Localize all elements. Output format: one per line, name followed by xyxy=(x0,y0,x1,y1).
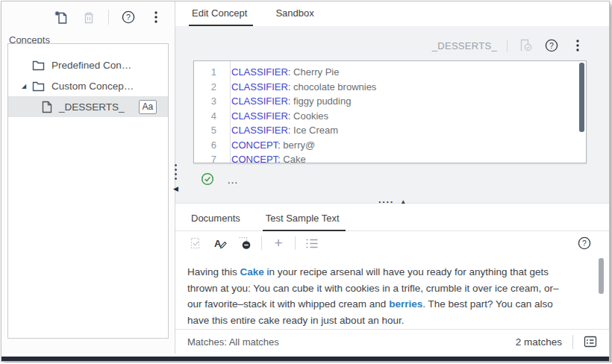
tree-item-desserts[interactable]: _DESSERTS_ Aa xyxy=(8,96,168,117)
code-line: 3 CLASSIFIER: figgy pudding xyxy=(194,94,586,109)
folder-icon xyxy=(32,60,45,71)
toolbar-divider xyxy=(261,236,262,250)
concept-code-editor[interactable]: 1 CLASSIFIER: Cherry Pie 2 CLASSIFIER: c… xyxy=(193,60,587,163)
matches-status-bar: Matches: All matches 2 matches xyxy=(175,329,609,354)
folder-icon xyxy=(32,81,45,92)
window-bottom-edge xyxy=(1,357,609,361)
match-list-icon[interactable] xyxy=(304,235,320,251)
match-span: Cake xyxy=(240,266,264,277)
main-tabs: Edit Concept Sandbox xyxy=(175,1,609,26)
code-line: 5 CLASSIFIER: Ice Cream xyxy=(194,123,586,138)
editor-header: _DESSERTS_ ? xyxy=(175,26,609,57)
tab-documents[interactable]: Documents xyxy=(190,213,242,230)
hide-nonmatches-icon[interactable] xyxy=(237,235,253,251)
help-icon[interactable]: ? xyxy=(576,235,593,251)
test-tabs: Documents Test Sample Text xyxy=(175,204,609,231)
editor-scrollbar[interactable] xyxy=(579,63,584,132)
sample-text-area[interactable]: Having this Cake in your recipe arsenal … xyxy=(175,255,609,329)
tab-edit-concept[interactable]: Edit Concept xyxy=(190,7,249,26)
tab-sandbox[interactable]: Sandbox xyxy=(274,7,315,26)
tab-test-sample-text[interactable]: Test Sample Text xyxy=(264,213,341,230)
more-options-icon[interactable] xyxy=(148,9,164,25)
concepts-tree: Predefined Con… ◢ Custom Concep… xyxy=(7,43,169,339)
code-line: 2 CLASSIFIER: chocolate brownies xyxy=(194,80,586,95)
sample-text-line: thrown at you: You can cube it with cook… xyxy=(187,280,596,297)
new-concept-icon[interactable] xyxy=(53,9,69,25)
check-circle-icon xyxy=(201,172,214,186)
test-section: Documents Test Sample Text A xyxy=(175,204,609,354)
match-span: berries xyxy=(389,298,422,310)
tree-item-label: Predefined Con… xyxy=(51,60,131,71)
sample-text-line: our favorite–stack it with whipped cream… xyxy=(187,296,596,313)
main-panel: Edit Concept Sandbox _DESSERTS_ xyxy=(175,1,609,354)
sample-text-line: have this entire cake ready in just abou… xyxy=(187,313,596,329)
collapse-panel-icon[interactable]: ◀ xyxy=(173,185,178,192)
panel-resize-grip[interactable] xyxy=(175,164,177,180)
tree-item-label: Custom Concep… xyxy=(51,81,134,92)
validate-concept-icon[interactable] xyxy=(517,37,534,54)
matches-filter-label: Matches: All matches xyxy=(187,336,279,348)
splitter-arrow-icon: ▲ xyxy=(400,198,406,205)
concepts-panel: ? Concepts Predefined Co xyxy=(1,1,175,354)
match-count-label: 2 matches xyxy=(516,336,562,348)
sample-text-line: Having this Cake in your recipe arsenal … xyxy=(187,264,596,280)
header-divider xyxy=(507,40,508,52)
tree-item-label: _DESSERTS_ xyxy=(59,101,125,113)
code-rows: 1 CLASSIFIER: Cherry Pie 2 CLASSIFIER: c… xyxy=(194,61,586,163)
concept-name-label: _DESSERTS_ xyxy=(432,40,497,51)
validation-status: … xyxy=(201,172,609,186)
add-sample-icon[interactable]: + xyxy=(270,235,287,251)
horizontal-splitter[interactable]: ···· ▲ xyxy=(378,198,406,205)
expand-icon[interactable]: ◢ xyxy=(22,83,26,90)
toolbar-divider xyxy=(108,10,109,25)
more-options-icon[interactable] xyxy=(569,37,586,54)
statusbar-divider xyxy=(572,335,573,349)
code-line: 6 CONCEPT: berry@ xyxy=(194,138,586,153)
code-line: 1 CLASSIFIER: Cherry Pie xyxy=(194,65,586,80)
run-test-icon[interactable] xyxy=(187,235,204,251)
gutter-divider xyxy=(230,61,231,163)
svg-text:?: ? xyxy=(582,239,587,248)
app-window: ? Concepts Predefined Co xyxy=(1,1,610,362)
status-ellipsis: … xyxy=(227,173,240,186)
edit-concept-section: _DESSERTS_ ? xyxy=(175,26,609,204)
delete-concept-icon[interactable] xyxy=(81,9,97,25)
tree-item-custom-concepts[interactable]: ◢ Custom Concep… xyxy=(8,75,168,96)
svg-text:?: ? xyxy=(549,41,554,50)
concepts-toolbar: ? xyxy=(1,1,175,33)
help-icon[interactable]: ? xyxy=(120,9,137,25)
test-toolbar: A + xyxy=(175,231,609,255)
toolbar-divider xyxy=(295,236,296,250)
concept-file-icon xyxy=(42,101,52,113)
code-line: 7 CONCEPT: Cake xyxy=(194,152,586,163)
case-sensitive-badge: Aa xyxy=(139,100,157,114)
help-icon[interactable]: ? xyxy=(543,37,560,54)
sample-text-scrollbar[interactable] xyxy=(599,258,604,294)
tree-item-predefined-concepts[interactable]: Predefined Con… xyxy=(8,54,168,75)
match-details-icon[interactable] xyxy=(582,333,599,350)
highlight-settings-icon[interactable]: A xyxy=(212,235,228,251)
svg-text:?: ? xyxy=(126,13,131,22)
code-line: 4 CLASSIFIER: Cookies xyxy=(194,109,586,124)
